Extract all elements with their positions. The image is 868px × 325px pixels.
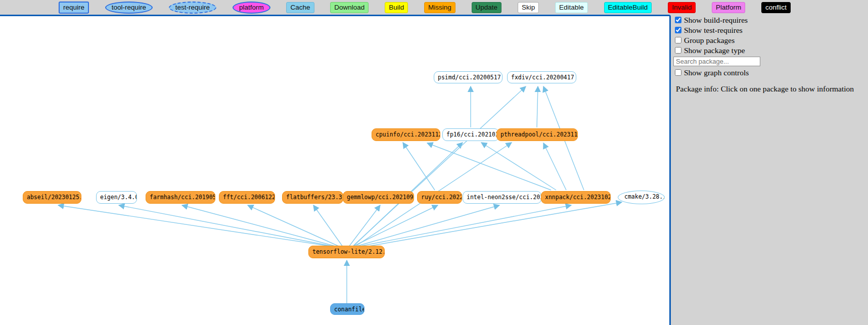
graph-node-farmhash[interactable]: farmhash/cci.20190513	[146, 191, 215, 204]
legend-item-tool-require: tool-require	[105, 2, 153, 14]
graph-node-tensorflow-lite[interactable]: tensorflow-lite/2.12.0	[308, 246, 385, 258]
edge-tensorflow-lite-to-intel-neon2sse	[355, 205, 499, 247]
edge-tensorflow-lite-to-fxdiv	[353, 86, 526, 246]
edge-tensorflow-lite-to-farmhash	[182, 205, 337, 247]
graph-node-intel-neon2sse[interactable]: intel-neon2sse/cci.2021	[463, 191, 541, 204]
legend-item-missing: Missing	[424, 2, 455, 13]
checkbox-row-show-build-requires: Show build-requires	[675, 15, 868, 25]
graph-node-eigen[interactable]: eigen/3.4.0	[96, 191, 137, 204]
legend-item-cache: Cache	[286, 2, 314, 13]
graph-node-flatbuffers[interactable]: flatbuffers/23.3.3	[282, 191, 343, 204]
graph-node-cmake[interactable]: cmake/3.28.1	[618, 191, 665, 204]
legend-item-update: Update	[472, 2, 502, 13]
checkbox-row-show-graph-controls: Show graph controls	[675, 68, 868, 77]
search-input[interactable]	[673, 57, 760, 66]
legend-item-editable: Editable	[555, 2, 588, 13]
graph-node-fft[interactable]: fft/cci.20061228	[219, 191, 275, 204]
graph-node-gemmlowp[interactable]: gemmlowp/cci.20210928	[343, 191, 414, 204]
checkbox-row-show-package-type: Show package type	[675, 45, 868, 55]
checkbox-show-build-requires[interactable]	[675, 17, 681, 23]
checkbox-show-graph-controls[interactable]	[675, 69, 681, 76]
graph-node-abseil[interactable]: abseil/20230125.3	[23, 191, 81, 204]
edge-tensorflow-lite-to-eigen	[119, 205, 335, 247]
graph-node-conanfile[interactable]: conanfile	[330, 303, 364, 315]
edge-tensorflow-lite-to-abseil	[58, 205, 334, 247]
graph-options-panel: Show build-requiresShow test-requiresGro…	[672, 15, 868, 325]
package-info-text: Package info: Click on one package to sh…	[676, 84, 868, 94]
edge-ruy-to-cpuinfo	[403, 143, 435, 190]
edge-xnnpack-to-pthreadpool	[543, 143, 566, 190]
edge-tensorflow-lite-to-ruy	[352, 205, 438, 247]
graph-node-pthreadpool[interactable]: pthreadpool/cci.20231129	[496, 128, 578, 141]
edge-tensorflow-lite-to-flatbuffers	[313, 205, 343, 247]
legend-item-download: Download	[330, 2, 369, 13]
graph-node-fxdiv[interactable]: fxdiv/cci.20200417	[507, 71, 576, 83]
checkbox-label-show-build-requires: Show build-requires	[684, 16, 748, 25]
checkbox-label-show-package-type: Show package type	[684, 46, 745, 55]
legend-item-build: Build	[385, 2, 408, 13]
legend-bar: requiretool-requiretest-requireplatformC…	[0, 0, 868, 15]
legend-item-require: require	[59, 2, 89, 14]
dependency-edges	[0, 16, 671, 325]
legend-item-invalid: Invalid	[668, 2, 696, 13]
legend-item-conflict: conflict	[761, 2, 791, 13]
graph-node-fp16[interactable]: fp16/cci.2021032	[442, 128, 499, 141]
graph-node-xnnpack[interactable]: xnnpack/cci.20231026	[541, 191, 611, 204]
legend-item-platform: platform	[233, 2, 270, 14]
edge-pthreadpool-to-fxdiv	[537, 86, 538, 127]
checkbox-label-group-packages: Group packages	[684, 36, 735, 45]
edge-tensorflow-lite-to-cmake	[360, 202, 622, 248]
legend-item-skip: Skip	[518, 2, 539, 13]
legend-items: requiretool-requiretest-requireplatformC…	[51, 2, 799, 14]
dependency-graph-canvas[interactable]: psimd/cci.20200517fxdiv/cci.20200417cpui…	[0, 15, 671, 325]
graph-node-cpuinfo[interactable]: cpuinfo/cci.20231129	[372, 128, 440, 141]
edge-xnnpack-to-fp16	[481, 143, 556, 190]
checkbox-group-packages[interactable]	[675, 37, 681, 43]
checkbox-show-package-type[interactable]	[675, 47, 681, 54]
graph-node-ruy[interactable]: ruy/cci.202206	[417, 191, 462, 204]
legend-item-editablebuild: EditableBuild	[604, 2, 652, 13]
graph-node-psimd[interactable]: psimd/cci.20200517	[434, 71, 502, 83]
legend-item-test-require: test-require	[169, 2, 216, 14]
edge-xnnpack-to-cpuinfo	[427, 143, 551, 190]
checkbox-row-show-test-requires: Show test-requires	[675, 25, 868, 35]
legend-item-platform: Platform	[712, 2, 745, 13]
checkbox-show-test-requires[interactable]	[675, 27, 681, 33]
checkbox-label-show-graph-controls: Show graph controls	[684, 68, 749, 77]
checkbox-label-show-test-requires: Show test-requires	[684, 26, 743, 35]
checkbox-row-group-packages: Group packages	[675, 35, 868, 45]
